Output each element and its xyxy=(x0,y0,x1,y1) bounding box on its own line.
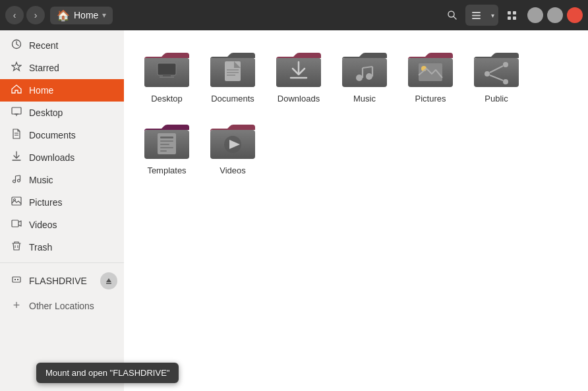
add-icon: + xyxy=(11,299,22,313)
maximize-button[interactable]: □ xyxy=(547,7,563,23)
breadcrumb-text: Home xyxy=(74,10,98,20)
svg-rect-29 xyxy=(15,279,16,280)
sidebar-item-downloads-label: Downloads xyxy=(29,152,74,163)
folder-item-public[interactable]: Public xyxy=(467,44,526,109)
sidebar-item-music-label: Music xyxy=(29,175,53,185)
content-area: Desktop xyxy=(124,30,588,391)
svg-rect-32 xyxy=(106,283,111,284)
sidebar-item-starred[interactable]: Starred xyxy=(0,57,124,79)
folder-icon-music xyxy=(341,50,388,90)
svg-point-60 xyxy=(503,79,508,84)
sidebar-item-music[interactable]: Music xyxy=(0,169,124,191)
main-layout: Recent Starred Home xyxy=(0,30,588,391)
trash-sidebar-icon xyxy=(11,241,22,254)
sidebar-item-recent[interactable]: Recent xyxy=(0,34,124,57)
folder-label-music: Music xyxy=(353,94,376,104)
close-button[interactable]: ✕ xyxy=(567,7,583,23)
list-view-arrow-button[interactable]: ▾ xyxy=(486,5,498,26)
svg-rect-35 xyxy=(158,63,176,75)
sidebar-item-videos[interactable]: Videos xyxy=(0,214,124,236)
folder-item-desktop[interactable]: Desktop xyxy=(137,44,196,109)
svg-point-59 xyxy=(503,62,508,67)
sidebar: Recent Starred Home xyxy=(0,30,124,391)
folder-icon-pictures xyxy=(407,50,454,90)
documents-sidebar-icon xyxy=(11,129,22,142)
home-sidebar-icon xyxy=(11,84,22,97)
svg-rect-11 xyxy=(12,107,21,114)
folder-label-desktop: Desktop xyxy=(151,94,183,104)
drive-icon xyxy=(11,274,22,287)
svg-rect-48 xyxy=(342,58,387,87)
svg-point-18 xyxy=(13,180,16,183)
folder-icon-templates xyxy=(143,122,191,162)
sidebar-item-home[interactable]: Home xyxy=(0,79,124,102)
chevron-down-icon: ▾ xyxy=(102,11,106,20)
svg-rect-30 xyxy=(17,279,18,280)
folder-item-templates[interactable]: Templates xyxy=(137,115,196,181)
videos-sidebar-icon xyxy=(11,218,22,231)
view-toggle: ▾ xyxy=(465,5,498,26)
svg-marker-31 xyxy=(106,278,111,282)
svg-rect-4 xyxy=(472,18,481,19)
folder-label-pictures: Pictures xyxy=(415,94,446,104)
nav-buttons: ‹ › xyxy=(5,6,45,24)
svg-rect-8 xyxy=(513,16,516,20)
folder-item-downloads[interactable]: Downloads xyxy=(269,44,328,109)
list-view-button[interactable] xyxy=(465,5,486,26)
svg-rect-68 xyxy=(160,147,173,148)
desktop-sidebar-icon xyxy=(11,106,22,119)
svg-rect-6 xyxy=(513,11,516,15)
sidebar-divider xyxy=(0,262,124,268)
svg-rect-23 xyxy=(12,197,21,205)
home-icon: 🏠 xyxy=(57,9,70,22)
sidebar-item-other-locations[interactable]: + Other Locations xyxy=(0,294,124,317)
sidebar-item-desktop-label: Desktop xyxy=(29,107,63,118)
svg-line-1 xyxy=(454,16,456,19)
window-controls: − □ ✕ xyxy=(527,7,583,23)
folder-icon-public xyxy=(473,50,520,90)
folder-item-music[interactable]: Music xyxy=(335,44,394,109)
folder-label-downloads: Downloads xyxy=(278,94,320,104)
forward-button[interactable]: › xyxy=(26,6,45,24)
titlebar: ‹ › 🏠 Home ▾ ▾ xyxy=(0,0,588,30)
svg-rect-57 xyxy=(474,58,519,87)
downloads-sidebar-icon xyxy=(11,151,22,164)
sidebar-item-documents[interactable]: Documents xyxy=(0,124,124,146)
eject-button[interactable] xyxy=(100,272,117,289)
svg-rect-2 xyxy=(472,12,481,13)
folder-icon-downloads xyxy=(275,50,322,90)
folder-item-documents[interactable]: Documents xyxy=(203,44,262,109)
sidebar-item-home-label: Home xyxy=(29,85,53,96)
minimize-button[interactable]: − xyxy=(527,7,543,23)
pictures-sidebar-icon xyxy=(11,196,22,209)
svg-rect-40 xyxy=(225,61,241,81)
sidebar-item-trash[interactable]: Trash xyxy=(0,236,124,258)
sidebar-item-desktop[interactable]: Desktop xyxy=(0,102,124,124)
sidebar-item-starred-label: Starred xyxy=(29,63,59,73)
grid-view-button[interactable] xyxy=(501,5,522,26)
back-button[interactable]: ‹ xyxy=(5,6,24,24)
svg-rect-5 xyxy=(508,11,511,15)
search-button[interactable] xyxy=(442,5,463,26)
tooltip: Mount and open "FLASHDRIVE" xyxy=(36,363,124,383)
svg-line-22 xyxy=(16,175,20,176)
sidebar-item-flashdrive[interactable]: FLASHDRIVE xyxy=(0,268,124,294)
sidebar-item-pictures[interactable]: Pictures xyxy=(0,191,124,214)
svg-rect-25 xyxy=(12,220,18,227)
svg-rect-65 xyxy=(160,136,173,138)
folder-item-pictures[interactable]: Pictures xyxy=(401,44,460,109)
svg-marker-10 xyxy=(12,63,21,71)
sidebar-item-recent-label: Recent xyxy=(29,40,58,51)
sidebar-item-downloads[interactable]: Downloads xyxy=(0,146,124,169)
sidebar-item-videos-label: Videos xyxy=(29,220,57,230)
folder-label-documents: Documents xyxy=(211,94,254,104)
folder-item-videos[interactable]: Videos xyxy=(203,115,262,181)
titlebar-actions: ▾ xyxy=(442,5,522,26)
svg-point-49 xyxy=(356,75,363,81)
folder-label-public: Public xyxy=(485,94,508,104)
svg-rect-28 xyxy=(13,277,20,282)
folder-grid: Desktop xyxy=(137,44,575,181)
breadcrumb[interactable]: 🏠 Home ▾ xyxy=(50,7,113,24)
svg-point-58 xyxy=(485,71,490,76)
svg-rect-7 xyxy=(508,16,511,20)
